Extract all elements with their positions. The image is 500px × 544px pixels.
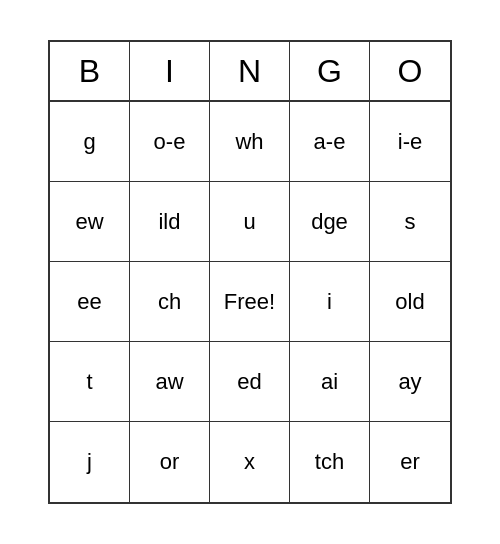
header-i: I [130, 42, 210, 102]
cell-r4c1: t [50, 342, 130, 422]
cell-r4c3: ed [210, 342, 290, 422]
cell-r2c2: ild [130, 182, 210, 262]
cell-r5c1: j [50, 422, 130, 502]
header-o: O [370, 42, 450, 102]
header-g: G [290, 42, 370, 102]
header-n: N [210, 42, 290, 102]
cell-r2c3: u [210, 182, 290, 262]
cell-r5c5: er [370, 422, 450, 502]
cell-r3c5: old [370, 262, 450, 342]
cell-r2c1: ew [50, 182, 130, 262]
cell-r4c5: ay [370, 342, 450, 422]
bingo-card: B I N G O g o-e wh a-e i-e ew ild u dge … [48, 40, 452, 504]
cell-r1c3: wh [210, 102, 290, 182]
cell-r4c4: ai [290, 342, 370, 422]
cell-r3c3-free: Free! [210, 262, 290, 342]
cell-r5c3: x [210, 422, 290, 502]
cell-r2c5: s [370, 182, 450, 262]
cell-r4c2: aw [130, 342, 210, 422]
cell-r1c4: a-e [290, 102, 370, 182]
cell-r3c2: ch [130, 262, 210, 342]
cell-r2c4: dge [290, 182, 370, 262]
bingo-header: B I N G O [50, 42, 450, 102]
cell-r1c5: i-e [370, 102, 450, 182]
cell-r5c2: or [130, 422, 210, 502]
cell-r5c4: tch [290, 422, 370, 502]
cell-r1c2: o-e [130, 102, 210, 182]
cell-r3c1: ee [50, 262, 130, 342]
bingo-grid: g o-e wh a-e i-e ew ild u dge s ee ch Fr… [50, 102, 450, 502]
cell-r1c1: g [50, 102, 130, 182]
header-b: B [50, 42, 130, 102]
cell-r3c4: i [290, 262, 370, 342]
